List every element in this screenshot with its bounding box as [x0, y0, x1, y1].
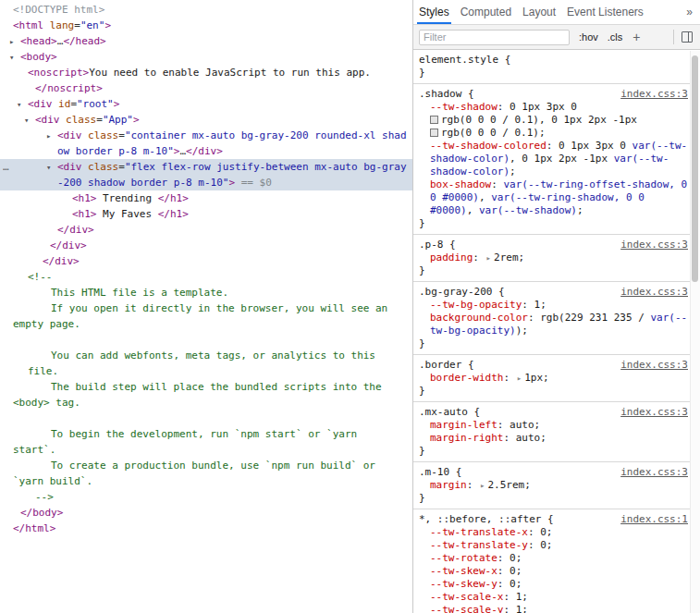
- dom-node-line[interactable]: </noscript>: [0, 80, 412, 96]
- tab-event-listeners[interactable]: Event Listeners: [561, 0, 649, 24]
- node-more-actions-icon[interactable]: …: [3, 159, 10, 175]
- styles-filter-input[interactable]: [419, 30, 570, 45]
- color-swatch[interactable]: [430, 129, 438, 137]
- dom-node-line[interactable]: start`.: [0, 442, 412, 458]
- css-declaration[interactable]: background-color: rgb(229 231 235 / var(…: [419, 312, 688, 337]
- property-name[interactable]: --tw-scale-y: [430, 604, 503, 613]
- expand-value-icon[interactable]: ▸: [486, 253, 491, 263]
- dom-node-line[interactable]: This HTML file is a template.: [0, 285, 412, 300]
- dom-node-line[interactable]: To begin the development, run `npm start…: [0, 426, 412, 442]
- dom-node-line[interactable]: ▾<div id="root">: [0, 96, 412, 112]
- css-declaration[interactable]: --tw-scale-x: 1;: [419, 591, 688, 604]
- dom-node-line[interactable]: The build step will place the bundled sc…: [0, 379, 412, 395]
- dom-node-line[interactable]: <h1> My Faves </h1>: [0, 206, 412, 222]
- tab-styles[interactable]: Styles: [413, 0, 455, 24]
- property-name[interactable]: --tw-shadow-colored: [430, 140, 546, 152]
- property-name[interactable]: padding: [430, 251, 473, 264]
- property-name[interactable]: margin-left: [430, 419, 497, 431]
- rule-selector[interactable]: element.style: [419, 54, 498, 66]
- dom-node-line[interactable]: ▾<body>: [0, 49, 412, 65]
- dom-node-line[interactable]: <!DOCTYPE html>: [0, 2, 412, 18]
- css-declaration[interactable]: padding: ▸2rem;: [419, 251, 688, 264]
- dom-node-line[interactable]: To create a production bundle, use `npm …: [0, 458, 412, 473]
- dom-node-line[interactable]: ▾<div class="App">: [0, 112, 412, 128]
- dom-node-line[interactable]: [0, 411, 412, 426]
- dom-node-line[interactable]: <!--: [0, 269, 412, 285]
- css-declaration[interactable]: --tw-scale-y: 1;: [419, 604, 688, 613]
- dom-node-line[interactable]: </div>: [0, 253, 412, 269]
- expand-arrow-down-icon[interactable]: ▾: [24, 113, 29, 128]
- property-name[interactable]: --tw-translate-x: [430, 526, 528, 538]
- dom-node-line[interactable]: If you open it directly in the browser, …: [0, 300, 412, 316]
- elements-panel[interactable]: <!DOCTYPE html><html lang="en">▸<head>…<…: [0, 0, 412, 613]
- dom-node-line[interactable]: file.: [0, 363, 412, 379]
- css-declaration[interactable]: margin-right: auto;: [419, 432, 688, 445]
- dom-node-line[interactable]: `yarn build`.: [0, 473, 412, 489]
- sidebar-pane-toggle-icon[interactable]: [682, 31, 693, 43]
- css-declaration[interactable]: --tw-shadow: 0 1px 3px 0 rgb(0 0 0 / 0.1…: [419, 101, 688, 140]
- source-link[interactable]: index.css:3: [620, 359, 688, 372]
- dom-node-line[interactable]: <html lang="en">: [0, 18, 412, 33]
- dom-node-line[interactable]: </div>: [0, 238, 412, 253]
- css-declaration[interactable]: --tw-rotate: 0;: [419, 552, 688, 565]
- color-swatch[interactable]: [430, 116, 438, 124]
- rule-selector[interactable]: .mx-auto: [419, 406, 468, 418]
- css-var-link[interactable]: var(--tw-shadow): [479, 204, 577, 216]
- source-link[interactable]: index.css:3: [620, 466, 688, 479]
- dom-node-line[interactable]: [0, 332, 412, 348]
- styles-scrollbar[interactable]: [690, 51, 700, 613]
- css-declaration[interactable]: box-shadow: var(--tw-ring-offset-shadow,…: [419, 178, 688, 217]
- dom-node-line[interactable]: ▸<head>…</head>: [0, 33, 412, 49]
- css-declaration[interactable]: --tw-translate-y: 0;: [419, 539, 688, 552]
- property-name[interactable]: --tw-scale-x: [430, 591, 503, 603]
- expand-value-icon[interactable]: ▸: [480, 481, 485, 490]
- hover-state-toggle[interactable]: :hov: [579, 31, 598, 43]
- css-declaration[interactable]: --tw-skew-y: 0;: [419, 578, 688, 591]
- property-name[interactable]: margin-right: [430, 432, 503, 444]
- dom-node-line[interactable]: </div>: [0, 222, 412, 238]
- source-link[interactable]: index.css:3: [620, 286, 688, 299]
- rule-selector[interactable]: .border: [419, 359, 461, 371]
- property-name[interactable]: box-shadow: [430, 178, 491, 190]
- rule-selector[interactable]: .shadow: [419, 88, 461, 100]
- property-name[interactable]: --tw-rotate: [430, 552, 497, 564]
- source-link[interactable]: index.css:3: [620, 88, 688, 101]
- source-link[interactable]: index.css:3: [620, 406, 688, 419]
- dom-node-line[interactable]: </body>: [0, 505, 412, 521]
- property-name[interactable]: --tw-translate-y: [430, 539, 528, 551]
- source-link[interactable]: index.css:3: [620, 239, 688, 251]
- more-tabs-icon[interactable]: »: [679, 0, 700, 24]
- rules-list[interactable]: element.style {}.shadow {index.css:3--tw…: [413, 50, 690, 613]
- property-name[interactable]: background-color: [430, 312, 528, 324]
- property-name[interactable]: border-width: [430, 372, 503, 384]
- dom-node-line[interactable]: -->: [0, 489, 412, 505]
- property-name[interactable]: --tw-shadow: [430, 101, 497, 113]
- rule-selector[interactable]: .bg-gray-200: [419, 286, 492, 298]
- expand-arrow-right-icon[interactable]: ▸: [9, 34, 14, 49]
- expand-value-icon[interactable]: ▸: [517, 374, 522, 383]
- css-declaration[interactable]: --tw-translate-x: 0;: [419, 526, 688, 539]
- css-declaration[interactable]: margin: ▸2.5rem;: [419, 479, 688, 492]
- dom-node-line[interactable]: ▸<div class="container mx-auto bg-gray-2…: [0, 128, 412, 143]
- expand-arrow-down-icon[interactable]: ▾: [46, 160, 51, 175]
- css-declaration[interactable]: --tw-bg-opacity: 1;: [419, 299, 688, 312]
- scrollbar-thumb[interactable]: [692, 55, 698, 282]
- expand-arrow-right-icon[interactable]: ▸: [46, 129, 51, 143]
- dom-node-line-selected[interactable]: -200 shadow border p-8 m-10"> == $0: [0, 175, 412, 190]
- css-declaration[interactable]: --tw-shadow-colored: 0 1px 3px 0 var(--t…: [419, 140, 688, 178]
- property-name[interactable]: --tw-skew-x: [430, 565, 497, 577]
- expand-arrow-down-icon[interactable]: ▾: [17, 97, 21, 112]
- dom-node-line[interactable]: You can add webfonts, meta tags, or anal…: [0, 348, 412, 363]
- css-declaration[interactable]: --tw-skew-x: 0;: [419, 565, 688, 578]
- property-name[interactable]: --tw-skew-y: [430, 578, 497, 590]
- property-name[interactable]: margin: [430, 479, 467, 491]
- dom-node-line[interactable]: ow border p-8 m-10">…</div>: [0, 143, 412, 159]
- dom-node-line[interactable]: </html>: [0, 521, 412, 536]
- dom-node-line[interactable]: empty page.: [0, 316, 412, 332]
- property-name[interactable]: --tw-bg-opacity: [430, 299, 522, 311]
- tab-layout[interactable]: Layout: [517, 0, 561, 24]
- rule-selector[interactable]: *, ::before, ::after: [419, 513, 541, 525]
- rule-selector[interactable]: .p-8: [419, 239, 444, 251]
- css-declaration[interactable]: border-width: ▸1px;: [419, 372, 688, 385]
- expand-arrow-down-icon[interactable]: ▾: [9, 50, 14, 65]
